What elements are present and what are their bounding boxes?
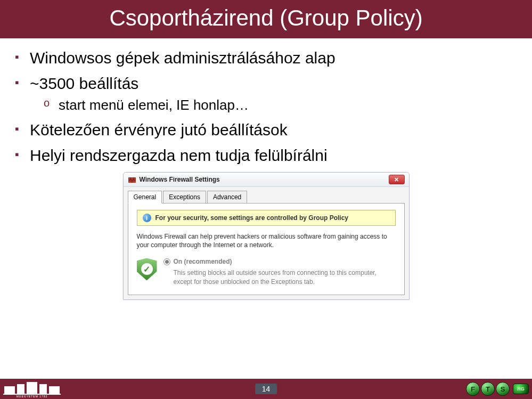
tab-panel-general: i For your security, some settings are c… xyxy=(128,203,405,295)
svg-rect-8 xyxy=(39,384,47,394)
bullet-item: Helyi rendszergazda nem tudja felülbírál… xyxy=(15,146,517,165)
radio-on-row[interactable]: On (recommended) xyxy=(163,258,396,265)
bullet-item: Kötelezően érvényre jutó beállítások xyxy=(15,121,517,139)
bullet-item: Windowsos gépek adminisztrálásához alap xyxy=(15,49,517,67)
page-number: 14 xyxy=(255,384,277,394)
svg-rect-7 xyxy=(27,382,37,394)
rg-badge-icon: RG xyxy=(513,384,529,394)
radio-on[interactable] xyxy=(163,258,170,265)
shield-check-icon xyxy=(137,258,157,280)
window-title: Windows Firewall Settings xyxy=(140,176,220,183)
tab-bar: General Exceptions Advanced xyxy=(124,187,409,203)
svg-rect-9 xyxy=(49,386,60,394)
tab-general[interactable]: General xyxy=(128,191,162,203)
orb-t-icon: T xyxy=(481,382,495,396)
slide-body: Windowsos gépek adminisztrálásához alap … xyxy=(0,38,532,300)
university-caption: MŰEGYETEM 1782 xyxy=(17,395,48,398)
ftsrg-logo: F T S RG xyxy=(466,382,529,396)
svg-rect-6 xyxy=(17,384,24,394)
option-on-description: This setting blocks all outside sources … xyxy=(174,268,396,286)
tab-exceptions[interactable]: Exceptions xyxy=(163,191,206,203)
group-policy-notice: i For your security, some settings are c… xyxy=(137,210,396,226)
close-button[interactable]: ✕ xyxy=(389,175,405,184)
firewall-description: Windows Firewall can help prevent hacker… xyxy=(137,232,396,249)
svg-rect-5 xyxy=(4,386,15,394)
radio-on-label: On (recommended) xyxy=(174,258,232,265)
orb-s-icon: S xyxy=(496,382,510,396)
slide-footer: MŰEGYETEM 1782 14 F T S RG xyxy=(0,379,532,399)
bullet-list: Windowsos gépek adminisztrálásához alap … xyxy=(15,49,517,165)
university-logo-icon: MŰEGYETEM 1782 xyxy=(3,380,61,398)
info-icon: i xyxy=(143,214,151,222)
sub-bullet-item: start menü elemei, IE honlap… xyxy=(44,97,517,113)
bullet-text: ~3500 beállítás xyxy=(30,75,138,92)
option-on: On (recommended) This setting blocks all… xyxy=(137,258,396,286)
notice-text: For your security, some settings are con… xyxy=(155,214,349,222)
window-titlebar: Windows Firewall Settings ✕ xyxy=(124,173,409,187)
tab-advanced[interactable]: Advanced xyxy=(207,191,247,203)
orb-f-icon: F xyxy=(466,382,480,396)
firewall-icon xyxy=(128,175,136,184)
bullet-item: ~3500 beállítás start menü elemei, IE ho… xyxy=(15,75,517,113)
sub-bullet-list: start menü elemei, IE honlap… xyxy=(30,97,517,113)
firewall-settings-window: Windows Firewall Settings ✕ General Exce… xyxy=(123,172,410,300)
slide-title: Csoportházirend (Group Policy) xyxy=(0,0,532,38)
